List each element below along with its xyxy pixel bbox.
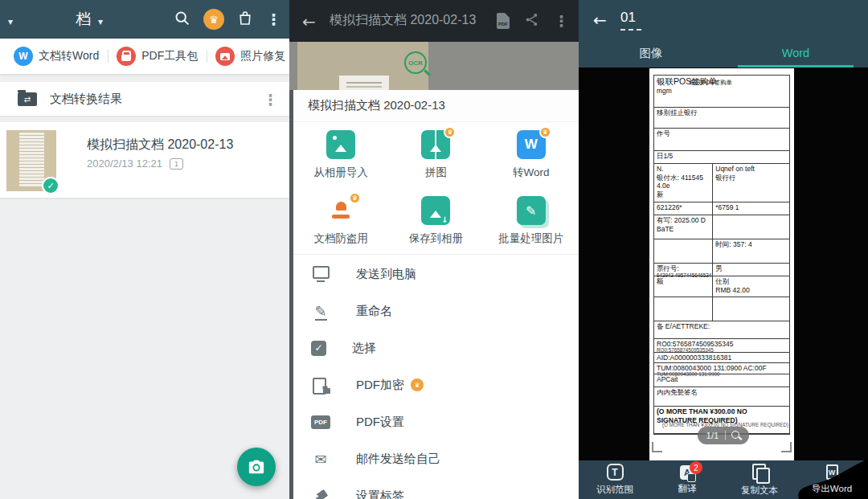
page-count-icon: 1 xyxy=(170,158,183,170)
document-list-item[interactable]: 模拟扫描文档 2020-02-13 2020/2/13 12:21 1 xyxy=(0,122,289,198)
word-page[interactable]: 银联POS签购单银联POS签购单 mgm 移别挂止银行 xyxy=(649,68,794,460)
back-icon[interactable] xyxy=(302,12,316,31)
nav-translate[interactable]: 2 翻译 xyxy=(651,460,723,499)
bottom-nav-label: 复制文本 xyxy=(741,485,778,497)
share-icon[interactable] xyxy=(524,12,539,31)
ocr-table-row xyxy=(654,297,789,321)
ocr-table-row: 621226* *6759 1 xyxy=(654,202,789,215)
dimmed-document-preview: OCR xyxy=(289,42,579,90)
tab-label: Word xyxy=(782,47,809,59)
grid-action-label: 文档防盗用 xyxy=(313,231,368,246)
title-caret-icon[interactable] xyxy=(98,14,103,28)
page-indicator-pill[interactable]: 1/1 xyxy=(698,427,749,444)
notification-badge: 2 xyxy=(690,461,702,474)
sheet-header: 模拟扫描文档 2020-02-13 xyxy=(293,90,579,122)
action-batch-process[interactable]: 批量处理图片 xyxy=(484,188,579,254)
ocr-table-row: 移别挂止银行 xyxy=(654,108,789,129)
action-import-from-album[interactable]: 从相册导入 xyxy=(293,122,388,188)
grid-action-icon xyxy=(421,130,450,159)
ocr-table-row: AID:A000000333816381 xyxy=(654,353,789,363)
document-meta: 2020/2/13 12:21 1 xyxy=(87,157,183,170)
chip-pdf-toolkit[interactable]: PDF工具包 xyxy=(108,39,207,74)
ocr-table-row: 内内免甃签名 xyxy=(654,387,789,407)
ocr-table-row: 额 仕别 RMB 42.00 xyxy=(654,276,789,297)
chip-doc-to-word[interactable]: 文档转Word xyxy=(5,39,108,74)
bottom-nav-label: 识别范围 xyxy=(596,484,633,496)
documents-screen: 档 文档转Word PDF工具包 xyxy=(0,0,289,499)
action-collage[interactable]: 拼图 xyxy=(388,122,483,188)
menu-email-to-self[interactable]: 邮件发送给自己 xyxy=(293,440,579,477)
sheet-divider xyxy=(293,254,579,255)
menu-item-label: 设置标签 xyxy=(356,489,404,499)
ocr-table-row: N. 银付水: 411545 4.0e 新 Uqnef on teft 银行行 xyxy=(654,164,789,202)
right-topbar: 01 xyxy=(579,0,868,39)
folder-label: 文档转换结果 xyxy=(50,92,122,107)
actions-bottom-sheet: 模拟扫描文档 2020-02-13 从相册导入 拼图 xyxy=(293,90,579,499)
nav-recognition-range[interactable]: 识别范围 xyxy=(579,460,651,499)
result-title[interactable]: 01 xyxy=(620,10,636,26)
chip-label: 文档转Word xyxy=(39,49,99,63)
tab-word[interactable]: Word xyxy=(723,39,868,67)
action-doc-anti-theft[interactable]: 文档防盗用 xyxy=(293,188,388,254)
grid-action-label: 转Word xyxy=(513,166,550,180)
menu-item-icon xyxy=(311,341,326,356)
menu-pdf-encrypt[interactable]: PDF加密 xyxy=(293,366,579,403)
folder-transfer-icon xyxy=(18,92,37,106)
premium-crown-icon[interactable] xyxy=(203,9,224,30)
left-topbar: 档 xyxy=(0,0,289,39)
ocr-table-row: 日1/5 xyxy=(654,151,789,164)
camera-fab[interactable] xyxy=(237,448,276,486)
back-icon[interactable] xyxy=(593,10,607,30)
bottom-nav-icon xyxy=(607,464,624,481)
overflow-menu-icon[interactable] xyxy=(266,10,281,28)
chip-icon xyxy=(215,47,235,66)
left-title[interactable]: 档 xyxy=(76,9,91,30)
menu-rename[interactable]: 重命名 xyxy=(293,292,579,329)
menu-send-to-pc[interactable]: 发送到电脑 xyxy=(293,256,579,292)
detail-title: 模拟扫描文档 2020-02-13 xyxy=(330,12,476,29)
folder-overflow-icon[interactable] xyxy=(263,91,278,108)
menu-select[interactable]: 选择 xyxy=(293,329,579,366)
document-thumbnail xyxy=(6,130,56,191)
document-date: 2020/2/13 12:21 xyxy=(87,157,162,170)
document-detail-screen: 模拟扫描文档 2020-02-13 OCR 模拟扫描文档 2020-02-13 xyxy=(289,0,579,499)
menu-item-icon xyxy=(311,375,330,395)
grid-action-label: 从相册导入 xyxy=(313,166,368,180)
chip-label: 照片修复 xyxy=(240,49,285,63)
dropdown-caret-icon[interactable] xyxy=(8,14,13,28)
tab-image[interactable]: 图像 xyxy=(579,39,723,67)
pill-divider xyxy=(725,431,726,440)
tab-label: 图像 xyxy=(640,46,663,61)
bottom-nav-label: 导出Word xyxy=(812,483,852,495)
pdf-file-icon[interactable] xyxy=(497,13,510,29)
magnifier-icon[interactable] xyxy=(731,431,741,440)
result-tabs: 图像 Word xyxy=(579,39,868,67)
crop-corner-left-icon xyxy=(652,442,662,452)
nav-copy-text[interactable]: 复制文本 xyxy=(723,460,796,499)
chip-icon xyxy=(117,47,136,66)
menu-item-label: 邮件发送给自己 xyxy=(356,452,440,467)
folder-row-conversion-results[interactable]: 文档转换结果 xyxy=(0,82,289,116)
chip-photo-repair[interactable]: 照片修复 xyxy=(207,39,289,74)
action-to-word[interactable]: 转Word xyxy=(484,122,579,188)
menu-set-tag[interactable]: 设置标签 xyxy=(293,477,579,499)
premium-crown-badge xyxy=(539,126,551,138)
document-title: 模拟扫描文档 2020-02-13 xyxy=(87,137,233,153)
sheet-title: 模拟扫描文档 2020-02-13 xyxy=(308,98,445,113)
grid-action-label: 保存到相册 xyxy=(409,231,464,246)
grid-action-icon xyxy=(517,130,546,159)
ocr-table-row: 备 E/AETTREKE: xyxy=(654,321,789,339)
ocr-table-row: APCait xyxy=(654,374,789,387)
menu-item-label: 重命名 xyxy=(356,304,392,319)
page-indicator: 1/1 xyxy=(706,431,719,440)
chip-icon xyxy=(14,47,33,66)
detail-overflow-icon[interactable] xyxy=(554,12,569,30)
ocr-table-row: 作号 xyxy=(654,129,789,151)
menu-pdf-settings[interactable]: PDF设置 xyxy=(293,403,579,440)
menu-item-icon xyxy=(311,264,330,284)
action-save-to-album[interactable]: 保存到相册 xyxy=(388,188,483,254)
shopping-bag-icon[interactable] xyxy=(237,10,253,30)
search-icon[interactable] xyxy=(174,10,190,30)
ocr-bottom-nav: 识别范围 2 翻译 复制文本 导出Word xyxy=(579,460,868,499)
grid-action-icon xyxy=(326,196,355,225)
